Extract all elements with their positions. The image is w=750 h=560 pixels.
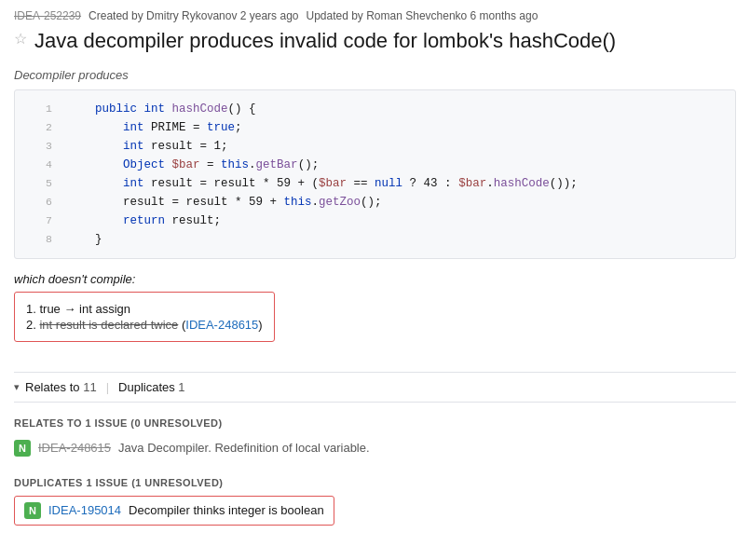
issue-list-item-2: 2. int result is declared twice (IDEA-24… (26, 318, 263, 332)
duplicates-title: DUPLICATES (14, 477, 83, 488)
line-num-7: 7 (26, 212, 52, 229)
code-line-1: 1 public int hashCode() { (15, 100, 735, 118)
issue-title-row: ☆ Java decompiler produces invalid code … (14, 28, 736, 55)
relates-to-title: RELATES TO (14, 417, 82, 429)
relations-toggle-row: ▾ Relates to 11 | Duplicates 1 (14, 372, 736, 403)
duplicates-issue-desc-1: Decompiler thinks integer is boolean (129, 503, 324, 517)
line-num-4: 4 (26, 157, 52, 173)
code-text-5: int result = result * 59 + ($bar == null… (67, 174, 578, 193)
relates-issue-row-1: N IDEA-248615 Java Decompiler. Redefinit… (14, 436, 736, 460)
duplicates-section: DUPLICATES 1 ISSUE (1 UNRESOLVED) N IDEA… (14, 477, 736, 526)
code-text-4: Object $bar = this.getBar(); (67, 156, 319, 174)
relates-badge-1: N (14, 440, 31, 457)
original-issue-id[interactable]: IDEA-252239 (14, 9, 81, 22)
code-text-2: int PRIME = true; (67, 118, 242, 137)
code-line-8: 8 } (15, 230, 735, 249)
code-text-1: public int hashCode() { (67, 100, 256, 118)
duplicates-header: DUPLICATES 1 ISSUE (1 UNRESOLVED) (14, 477, 736, 488)
code-line-5: 5 int result = result * 59 + ($bar == nu… (15, 174, 735, 193)
created-by: Created by Dmitry Rykovanov 2 years ago (89, 9, 298, 22)
star-icon[interactable]: ☆ (14, 30, 27, 48)
relates-label: Relates to (25, 380, 80, 394)
line-num-8: 8 (26, 231, 52, 248)
meta-line: IDEA-252239 Created by Dmitry Rykovanov … (14, 9, 736, 22)
code-text-6: result = result * 59 + this.getZoo(); (67, 193, 382, 212)
issues-list: 1. true → int assign 2. int result is de… (14, 292, 275, 342)
separator: | (106, 380, 109, 394)
code-text-7: return result; (67, 212, 221, 230)
code-text-8: } (67, 230, 102, 249)
duplicates-count-label: 1 ISSUE (1 UNRESOLVED) (86, 477, 223, 488)
relates-to-tab[interactable]: Relates to 11 (25, 380, 97, 394)
idea-248615-link[interactable]: IDEA-248615 (185, 318, 258, 332)
line-num-2: 2 (26, 119, 52, 136)
duplicates-issue-row-1[interactable]: N IDEA-195014 Decompiler thinks integer … (14, 496, 334, 526)
code-block: 1 public int hashCode() { 2 int PRIME = … (14, 89, 736, 259)
code-line-4: 4 Object $bar = this.getBar(); (15, 156, 735, 174)
line-num-3: 3 (26, 138, 52, 155)
duplicates-tab[interactable]: Duplicates 1 (118, 380, 185, 394)
relates-issue-id-1[interactable]: IDEA-248615 (38, 441, 111, 455)
code-line-2: 2 int PRIME = true; (15, 118, 735, 137)
duplicates-count: 1 (178, 380, 184, 394)
line-num-1: 1 (26, 101, 52, 117)
code-line-7: 7 return result; (15, 212, 735, 230)
code-line-3: 3 int result = 1; (15, 137, 735, 156)
code-line-6: 6 result = result * 59 + this.getZoo(); (15, 193, 735, 212)
relates-count-val: 1 (89, 380, 96, 394)
page-title: Java decompiler produces invalid code fo… (34, 28, 616, 55)
duplicates-label: Duplicates (118, 380, 175, 394)
line-num-6: 6 (26, 194, 52, 211)
line-num-5: 5 (26, 175, 52, 192)
duplicates-badge-1: N (24, 502, 41, 519)
relates-to-header: RELATES TO 1 ISSUE (0 UNRESOLVED) (14, 417, 736, 429)
compile-label: which doesn't compile: (14, 272, 736, 286)
relates-to-count: 1 ISSUE (0 UNRESOLVED) (86, 417, 223, 429)
duplicates-issue-id-1[interactable]: IDEA-195014 (48, 503, 121, 517)
relates-issue-desc-1: Java Decompiler. Redefinition of local v… (118, 441, 370, 455)
decompiler-label: Decompiler produces (14, 68, 736, 82)
relates-to-section: RELATES TO 1 ISSUE (0 UNRESOLVED) N IDEA… (14, 417, 736, 460)
updated-by: Updated by Roman Shevchenko 6 months ago (306, 9, 538, 22)
chevron-icon[interactable]: ▾ (14, 381, 20, 393)
issue-list-item-1: 1. true → int assign (26, 302, 263, 316)
code-text-3: int result = 1; (67, 137, 228, 156)
compile-section: which doesn't compile: 1. true → int ass… (14, 272, 736, 359)
